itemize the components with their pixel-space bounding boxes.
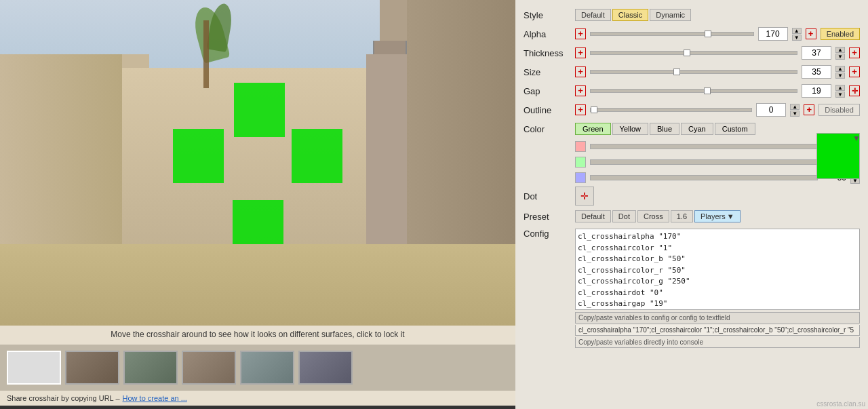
- color-cyan-button[interactable]: Cyan: [681, 123, 713, 135]
- color-label: Color: [524, 124, 571, 134]
- thumbnail-5[interactable]: [240, 351, 294, 385]
- gap-slider-thumb[interactable]: [704, 87, 711, 94]
- alpha-label: Alpha: [524, 29, 571, 39]
- thickness-plus-button[interactable]: +: [575, 47, 586, 58]
- alpha-plus-button[interactable]: +: [575, 28, 586, 39]
- size-slider-thumb[interactable]: [673, 69, 680, 75]
- size-spin-buttons: ▲ ▼: [835, 66, 845, 79]
- color-row: Color Green Yellow Blue Cyan Custom: [524, 121, 860, 137]
- size-slider-track[interactable]: [590, 70, 797, 74]
- style-default-button[interactable]: Default: [575, 9, 611, 21]
- preset-16-button[interactable]: 1.6: [671, 210, 693, 222]
- config-textarea[interactable]: [575, 229, 860, 310]
- copy-instruction-text: Copy/paste variables directly into conso…: [578, 338, 703, 346]
- copy-instruction: Copy/paste variables directly into conso…: [575, 337, 860, 348]
- right-panel: Style Default Classic Dynamic Alpha + ▲ …: [515, 0, 868, 409]
- preset-label: Preset: [524, 212, 571, 222]
- outline-label: Outline: [524, 105, 571, 115]
- size-plus2-button[interactable]: +: [849, 66, 860, 77]
- green-swatch: [575, 157, 586, 168]
- instruction-text: Move the crosshair around to see how it …: [111, 330, 404, 339]
- thumbnail-4[interactable]: [182, 351, 236, 385]
- outline-slider-track[interactable]: [590, 108, 752, 112]
- thickness-slider-thumb[interactable]: [684, 50, 690, 56]
- thickness-input[interactable]: [802, 46, 831, 60]
- green-slider-track[interactable]: [590, 159, 818, 165]
- size-spin-up[interactable]: ▲: [835, 66, 845, 72]
- outline-row: Outline + ▲ ▼ + Disabled: [524, 102, 860, 118]
- instruction-bar: Move the crosshair around to see how it …: [0, 326, 515, 345]
- players-dropdown-icon: ▼: [727, 212, 734, 220]
- thickness-plus2-button[interactable]: +: [849, 47, 860, 58]
- alpha-spin-up[interactable]: ▲: [792, 28, 802, 34]
- outline-plus2-button[interactable]: +: [804, 104, 814, 115]
- thumbnail-1[interactable]: [7, 351, 61, 385]
- outline-spin-down[interactable]: ▼: [790, 111, 800, 117]
- outline-disabled-badge: Disabled: [818, 104, 860, 116]
- outline-plus-button[interactable]: +: [575, 104, 586, 115]
- size-spin-down[interactable]: ▼: [835, 73, 845, 79]
- color-custom-button[interactable]: Custom: [715, 123, 755, 135]
- alpha-spin-buttons: ▲ ▼: [792, 28, 802, 41]
- share-link[interactable]: How to create an ...: [123, 394, 187, 402]
- color-group: Green Yellow Blue Cyan Custom: [575, 123, 755, 135]
- preset-players-button[interactable]: Players ▼: [694, 210, 741, 222]
- gap-input[interactable]: [802, 84, 831, 98]
- dot-label: Dot: [524, 191, 571, 201]
- red-slider-track[interactable]: [590, 144, 818, 149]
- thumbnail-2[interactable]: [65, 351, 119, 385]
- config-row: Config Copy/paste variables to config or…: [524, 229, 860, 348]
- gap-spin-down[interactable]: ▼: [835, 92, 845, 98]
- alpha-input[interactable]: [758, 27, 788, 41]
- style-label: Style: [524, 10, 571, 20]
- outline-slider-thumb[interactable]: [591, 106, 597, 113]
- size-row: Size + ▲ ▼ +: [524, 64, 860, 80]
- thickness-spin-down[interactable]: ▼: [835, 54, 845, 60]
- share-text: Share crosshair by copying URL –: [7, 394, 120, 402]
- preset-cross-button[interactable]: Cross: [637, 210, 669, 222]
- game-viewport[interactable]: [0, 0, 515, 326]
- size-slider-container: [590, 70, 797, 74]
- alpha-slider-thumb[interactable]: [705, 31, 711, 37]
- watermark: cssrosta.clan.su: [816, 400, 865, 408]
- blue-swatch: [575, 172, 586, 183]
- alpha-slider-track[interactable]: [590, 32, 754, 36]
- blue-slider-track[interactable]: [590, 175, 818, 180]
- color-green-button[interactable]: Green: [575, 123, 611, 135]
- red-swatch: [575, 141, 586, 152]
- style-classic-button[interactable]: Classic: [612, 9, 648, 21]
- gap-plus-button[interactable]: +: [575, 85, 586, 96]
- color-yellow-button[interactable]: Yellow: [612, 123, 648, 135]
- alpha-plus2-button[interactable]: +: [806, 28, 816, 39]
- gap-spin-up[interactable]: ▲: [835, 85, 845, 91]
- outline-slider-container: [590, 108, 752, 112]
- copy-bar2[interactable]: cl_crosshairalpha "170";cl_crosshaircolo…: [575, 325, 860, 336]
- thickness-slider-track[interactable]: [590, 51, 797, 55]
- dot-icon-button[interactable]: ✛: [575, 187, 594, 206]
- style-dynamic-button[interactable]: Dynamic: [650, 9, 691, 21]
- thickness-spin-buttons: ▲ ▼: [835, 47, 845, 60]
- thumbnails-bar: [0, 345, 515, 391]
- preset-dot-button[interactable]: Dot: [612, 210, 636, 222]
- config-label: Config: [524, 229, 571, 239]
- dot-row: Dot ✛: [524, 187, 860, 206]
- thickness-slider-container: [590, 51, 797, 55]
- share-bar: Share crosshair by copying URL – How to …: [0, 391, 515, 406]
- preset-default-button[interactable]: Default: [575, 210, 611, 222]
- thumbnail-6[interactable]: [298, 351, 353, 385]
- thumbnail-3[interactable]: [123, 351, 178, 385]
- preset-group: Default Dot Cross 1.6 Players ▼: [575, 210, 741, 222]
- gap-slider-track[interactable]: [590, 89, 797, 93]
- thickness-spin-up[interactable]: ▲: [835, 47, 845, 53]
- copy-bar2-text: cl_crosshairalpha "170";cl_crosshaircolo…: [578, 326, 854, 334]
- alpha-slider-container: [590, 32, 754, 36]
- outline-spin-up[interactable]: ▲: [790, 104, 800, 110]
- alpha-spin-down[interactable]: ▼: [792, 35, 802, 41]
- thickness-label: Thickness: [524, 48, 571, 58]
- size-plus-button[interactable]: +: [575, 66, 586, 77]
- outline-input[interactable]: [756, 103, 786, 117]
- gap-crosshair-button[interactable]: ✛: [849, 85, 860, 96]
- size-input[interactable]: [802, 65, 831, 79]
- target-box-3: [292, 129, 342, 183]
- color-blue-button[interactable]: Blue: [650, 123, 679, 135]
